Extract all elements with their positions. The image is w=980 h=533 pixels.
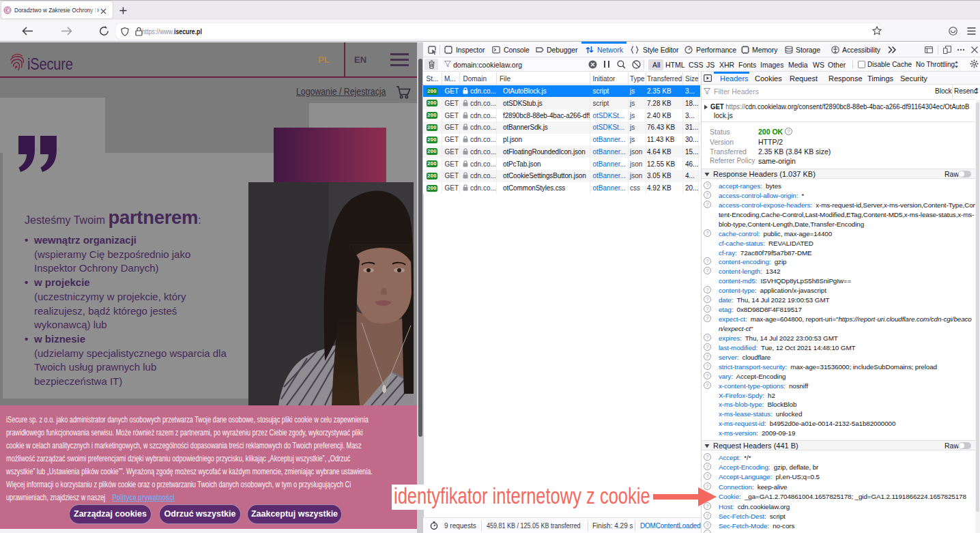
- svg-text:?: ?: [706, 334, 708, 341]
- svg-text:?: ?: [706, 315, 708, 321]
- svg-text:?: ?: [787, 128, 790, 134]
- svg-text:?: ?: [706, 258, 708, 264]
- svg-text:?: ?: [706, 268, 708, 274]
- svg-text:?: ?: [706, 201, 708, 207]
- svg-text:?: ?: [706, 287, 708, 293]
- svg-text:?: ?: [706, 344, 708, 350]
- svg-text:?: ?: [706, 182, 708, 188]
- svg-text:?: ?: [706, 473, 708, 479]
- svg-text:?: ?: [706, 296, 708, 302]
- svg-text:?: ?: [706, 230, 708, 236]
- svg-text:?: ?: [706, 373, 708, 379]
- svg-text:?: ?: [706, 454, 708, 460]
- svg-text:?: ?: [706, 363, 708, 369]
- svg-text:?: ?: [706, 192, 708, 198]
- svg-text:?: ?: [706, 354, 708, 360]
- svg-text:?: ?: [706, 382, 708, 388]
- svg-text:?: ?: [706, 522, 708, 528]
- svg-text:?: ?: [706, 463, 708, 470]
- svg-text:?: ?: [706, 306, 708, 312]
- svg-text:?: ?: [706, 513, 708, 519]
